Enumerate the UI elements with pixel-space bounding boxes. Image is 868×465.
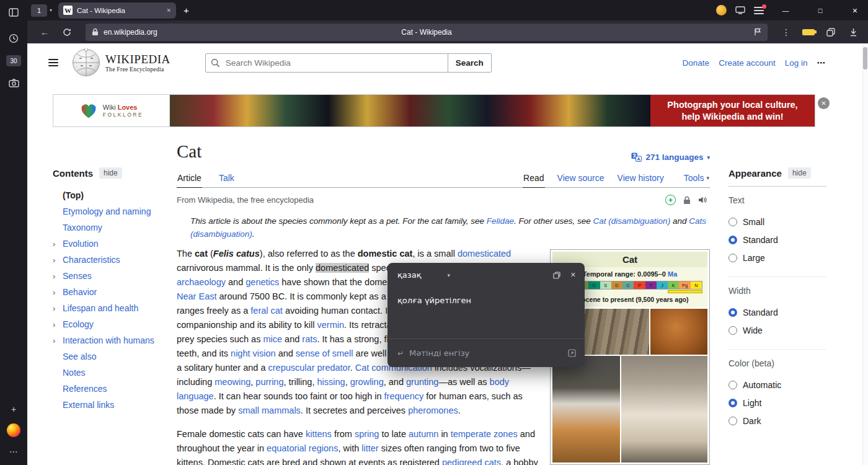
cat-photo-orange[interactable] [650, 309, 707, 355]
page-actions-icon[interactable]: ⋮ [777, 24, 795, 40]
page-protected-lock-icon[interactable] [683, 196, 691, 205]
toc-item[interactable]: ›Evolution [53, 236, 164, 252]
good-article-icon[interactable]: + [665, 195, 676, 205]
appearance-hide-button[interactable]: hide [788, 167, 811, 179]
toc-item[interactable]: ›Behavior [53, 284, 164, 300]
radio-text-large[interactable]: Large [728, 249, 826, 267]
page-scrollbar[interactable] [862, 43, 868, 465]
minimize-button[interactable]: — [773, 0, 799, 20]
toc-item[interactable]: ›Ecology [53, 316, 164, 332]
inline-link[interactable]: frequency [384, 391, 424, 401]
inline-link[interactable]: vermin [317, 320, 344, 330]
wikipedia-wordmark[interactable]: WIKIPEDIA The Free Encyclopedia [105, 53, 170, 73]
toc-item[interactable]: See also [53, 348, 164, 365]
inline-link[interactable]: rats [302, 334, 317, 344]
inline-link[interactable]: spring [355, 429, 379, 439]
profile-avatar[interactable] [716, 5, 727, 16]
screenshot-camera-icon[interactable] [5, 74, 22, 92]
extension-badge[interactable]: 30 [5, 52, 22, 69]
campaign-banner[interactable]: Wiki Loves FOLKLORE Photograph your loca… [53, 94, 815, 127]
tab-close-icon[interactable]: ✕ [166, 7, 171, 14]
inline-link[interactable]: pedigreed cats [442, 458, 501, 465]
close-button[interactable]: ✕ [842, 0, 868, 20]
downloads-icon[interactable] [844, 24, 862, 40]
chevron-right-icon[interactable]: › [53, 336, 63, 345]
inline-link[interactable]: growling [350, 377, 384, 387]
bookmark-flag-icon[interactable] [754, 28, 761, 36]
main-menu-icon[interactable] [48, 59, 58, 66]
toc-item[interactable]: External links [53, 397, 164, 413]
ma-link[interactable]: Ma [668, 270, 677, 278]
inline-link[interactable]: litter [361, 443, 378, 453]
inline-link[interactable]: Felidae [487, 216, 514, 226]
radio-width-wide[interactable]: Wide [728, 321, 826, 339]
scrollbar-thumb[interactable] [863, 47, 867, 69]
chevron-right-icon[interactable]: › [53, 320, 63, 329]
radio-icon[interactable] [728, 254, 737, 262]
inline-link[interactable]: sense of smell [296, 348, 353, 358]
toc-item[interactable]: ›Interaction with humans [53, 332, 164, 348]
language-selector[interactable]: қазақ ▾ [397, 270, 450, 280]
inline-link[interactable]: mice [263, 334, 282, 344]
chevron-right-icon[interactable]: › [53, 272, 63, 281]
inline-link[interactable]: hissing [317, 377, 345, 387]
inline-link[interactable]: pheromones [408, 405, 458, 415]
toc-item-top[interactable]: (Top) [53, 187, 164, 203]
languages-button[interactable]: A 271 languages ▾ [631, 153, 710, 162]
sidebar-add-icon[interactable]: + [5, 401, 22, 418]
inline-link[interactable]: feral cat [250, 306, 283, 316]
inline-link[interactable]: night vision [231, 348, 276, 358]
create-account-link[interactable]: Create account [719, 58, 776, 68]
reload-button[interactable] [58, 24, 76, 40]
radio-text-small[interactable]: Small [728, 213, 826, 231]
toc-item[interactable]: ›Lifespan and health [53, 300, 164, 316]
inline-link[interactable]: temperate zones [451, 429, 518, 439]
toc-item[interactable]: ›Characteristics [53, 252, 164, 268]
donate-link[interactable]: Donate [683, 58, 710, 68]
tab-article[interactable]: Article [177, 173, 202, 188]
login-link[interactable]: Log in [785, 58, 808, 68]
radio-color-automatic[interactable]: Automatic [728, 376, 826, 394]
tab-counter-button[interactable]: 1 [31, 4, 47, 17]
popup-restore-button[interactable] [553, 272, 560, 279]
firefox-logo-icon[interactable] [5, 422, 22, 439]
chevron-right-icon[interactable]: › [53, 288, 63, 297]
toc-item[interactable]: References [53, 381, 164, 397]
toc-item[interactable]: Taxonomy [53, 219, 164, 236]
app-menu-icon[interactable] [754, 7, 764, 14]
new-tab-button[interactable]: + [184, 5, 189, 16]
screen-share-icon[interactable] [735, 6, 745, 14]
url-bar[interactable]: en.wikipedia.org Cat - Wikipedia [86, 24, 768, 41]
inline-link[interactable]: equatorial regions [267, 443, 338, 453]
inline-link[interactable]: archaeology [177, 277, 226, 287]
radio-icon[interactable] [728, 381, 737, 389]
sidebar-toggle-icon[interactable] [5, 4, 22, 21]
inline-link[interactable]: kittens [306, 429, 332, 439]
radio-color-dark[interactable]: Dark [728, 412, 826, 430]
radio-icon[interactable] [728, 308, 737, 317]
toc-item[interactable]: Notes [53, 365, 164, 381]
radio-width-standard[interactable]: Standard [728, 303, 826, 321]
back-button[interactable]: ← [36, 24, 53, 40]
radio-icon[interactable] [728, 236, 737, 244]
toc-item[interactable]: ›Senses [53, 268, 164, 284]
inline-link[interactable]: genetics [246, 277, 279, 287]
radio-icon[interactable] [728, 417, 737, 425]
tab-tools[interactable]: Tools▾ [683, 173, 710, 187]
banner-close-button[interactable]: ✕ [818, 97, 830, 109]
inline-link[interactable]: small mammals [238, 405, 301, 415]
banner-message[interactable]: Photograph your local culture, help Wiki… [650, 95, 815, 126]
inline-link[interactable]: grunting [406, 377, 438, 387]
sidebar-more-icon[interactable]: ⋯ [5, 443, 22, 460]
translation-input-row[interactable]: ↵ Мәтінді енгізу [388, 339, 585, 367]
wikipedia-logo[interactable] [72, 48, 100, 77]
chevron-right-icon[interactable]: › [53, 239, 63, 249]
radio-icon[interactable] [728, 218, 737, 226]
search-button[interactable]: Search [448, 53, 492, 73]
chevron-right-icon[interactable]: › [53, 255, 63, 265]
maximize-button[interactable]: □ [807, 0, 833, 20]
tab-manager-icon[interactable] [822, 24, 839, 40]
toc-item[interactable]: Etymology and naming [53, 203, 164, 219]
tab-list-chevron-icon[interactable]: ▾ [50, 7, 52, 13]
inline-link[interactable]: Cat (disambiguation) [593, 216, 671, 226]
